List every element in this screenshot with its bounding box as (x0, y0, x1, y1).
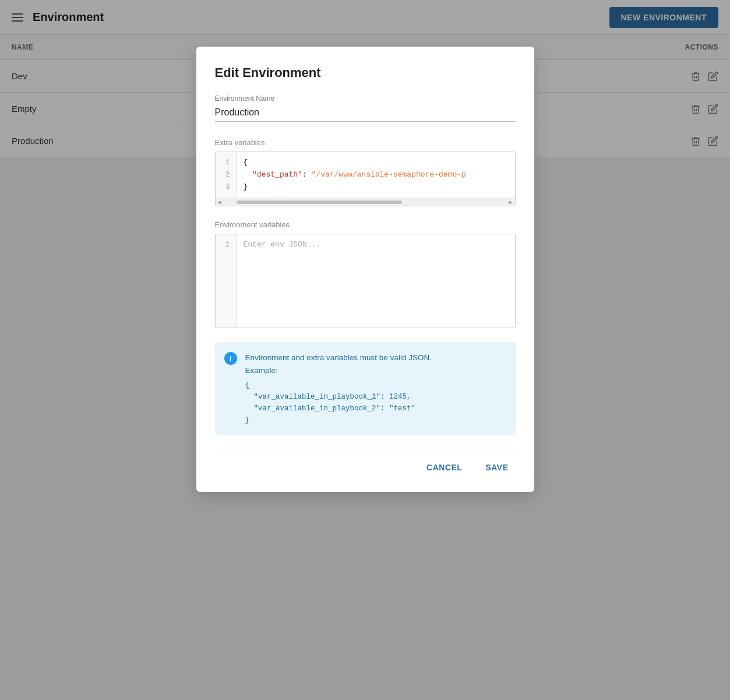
extra-vars-section: Extra variables 123 { "dest_path": "/var… (215, 138, 516, 206)
env-vars-section: Environment variables 1 Enter env JSON..… (215, 220, 516, 328)
extra-vars-editor[interactable]: 123 { "dest_path": "/var/www/ansible-sem… (215, 152, 516, 206)
scroll-left-arrow[interactable]: ◀ (218, 199, 221, 206)
scrollbar-thumb[interactable] (237, 200, 402, 204)
env-vars-placeholder[interactable]: Enter env JSON... (237, 234, 515, 328)
cancel-button[interactable]: CANCEL (419, 457, 469, 478)
info-icon: i (224, 352, 237, 365)
info-code-example: { "var_available_in_playbook_1": 1245, "… (245, 379, 432, 426)
modal-overlay: Edit Environment Environment Name Extra … (0, 0, 730, 700)
modal-title: Edit Environment (215, 65, 516, 80)
edit-environment-modal: Edit Environment Environment Name Extra … (196, 47, 534, 492)
env-name-label: Environment Name (215, 94, 516, 103)
env-vars-label: Environment variables (215, 220, 516, 229)
env-name-field-group: Environment Name (215, 94, 516, 122)
save-button[interactable]: SAVE (478, 457, 515, 478)
background-page: Environment NEW ENVIRONMENT NAME ACTIONS… (0, 0, 730, 700)
line-numbers: 123 (216, 152, 237, 198)
modal-footer: CANCEL SAVE (215, 452, 516, 478)
extra-vars-label: Extra variables (215, 138, 516, 147)
env-line-numbers: 1 (216, 234, 237, 328)
extra-vars-code[interactable]: { "dest_path": "/var/www/ansible-semapho… (237, 152, 515, 198)
scrollbar-track[interactable]: ◀ ▶ (216, 198, 515, 206)
info-text: Environment and extra variables must be … (245, 351, 432, 425)
scroll-right-arrow[interactable]: ▶ (509, 199, 512, 206)
env-vars-editor[interactable]: 1 Enter env JSON... (215, 234, 516, 328)
env-name-input[interactable] (215, 105, 516, 122)
info-box: i Environment and extra variables must b… (215, 342, 516, 435)
